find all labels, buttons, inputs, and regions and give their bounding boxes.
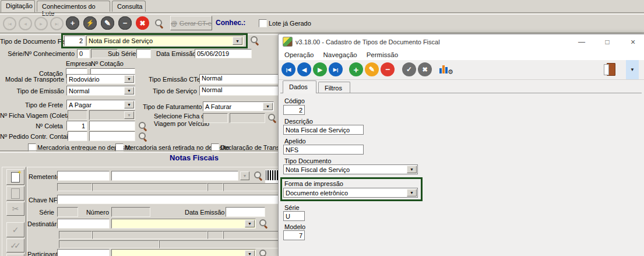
descricao-label: Descrição xyxy=(284,118,313,125)
menu-operacao[interactable]: Operação xyxy=(284,51,314,58)
chevron-down-icon[interactable]: ▼ xyxy=(124,75,134,83)
nota-serie-label: Série xyxy=(29,209,54,216)
data-emissao-field[interactable] xyxy=(195,49,252,58)
ficha-viagem-field xyxy=(68,110,87,120)
chevron-down-icon[interactable]: ▼ xyxy=(407,189,417,197)
gerar-cte-button[interactable]: @ Gerar CT-e xyxy=(170,16,212,30)
dlg-nav-next-button[interactable]: ▶ xyxy=(313,62,327,76)
apelido-field[interactable] xyxy=(283,145,364,155)
dialog-tab-dados[interactable]: Dados xyxy=(283,80,316,93)
menu-navegacao[interactable]: Navegação xyxy=(323,51,357,58)
barcode-icon[interactable] xyxy=(265,170,279,184)
cut-nota-button[interactable]: ✂ xyxy=(6,202,24,216)
remove-button[interactable]: − xyxy=(118,16,132,30)
tipo-servico-label: Tipo de Serviço xyxy=(149,87,197,95)
n-coleta-search-icon[interactable] xyxy=(138,121,147,131)
remetente-label: Remetente xyxy=(29,173,56,181)
dlg-cancel-button[interactable]: ✖ xyxy=(418,62,432,76)
chevron-down-icon[interactable]: ▼ xyxy=(124,87,134,94)
n-pedido-field-1[interactable] xyxy=(68,131,87,141)
dlg-remove-button[interactable]: − xyxy=(381,62,395,76)
tipo-documento-code-field[interactable] xyxy=(64,36,85,46)
destinatario-label: Destinatário xyxy=(27,220,56,228)
modal-transporte-combo[interactable]: Rodoviário ▼ xyxy=(66,74,135,84)
n-pedido-search-icon[interactable] xyxy=(138,132,147,141)
paste-nota-button[interactable] xyxy=(6,186,24,201)
new-nota-button[interactable]: ✶ xyxy=(6,169,24,185)
refresh-button[interactable]: ⚡ xyxy=(83,16,97,30)
sub-serie-field[interactable] xyxy=(136,49,151,58)
add-button[interactable]: + xyxy=(66,16,79,30)
participante-code-field[interactable] xyxy=(57,249,110,256)
participante-combo[interactable]: ▼ xyxy=(111,249,256,256)
remetente-code-field[interactable] xyxy=(57,171,110,181)
tipo-faturamento-combo[interactable]: A Faturar ▼ xyxy=(203,101,274,111)
modelo-field[interactable] xyxy=(283,230,305,240)
n-coleta-desc-field[interactable] xyxy=(89,121,135,131)
destinatario-code-field[interactable] xyxy=(57,219,110,229)
destinatario-combo[interactable]: ▼ xyxy=(111,219,256,229)
ficha-veiculo-field-1 xyxy=(203,113,228,123)
descricao-field[interactable] xyxy=(283,125,364,135)
lote-ja-gerado-checkbox[interactable] xyxy=(259,19,267,27)
serie-conhecimento-field[interactable] xyxy=(77,49,90,58)
remetente-dropdown-button[interactable]: ▼ xyxy=(240,171,249,180)
selecione-ficha-label-2: Viagem por Veículo xyxy=(154,120,209,128)
n-pedido-field-2[interactable] xyxy=(89,131,135,141)
remetente-name-field[interactable] xyxy=(111,171,238,181)
dlg-serie-field[interactable] xyxy=(283,211,305,221)
cancel-nota-button[interactable]: ✗ xyxy=(6,254,24,256)
minimize-button[interactable]: — xyxy=(570,34,593,49)
dlg-nav-prev-button[interactable]: ◀ xyxy=(297,62,311,76)
tipo-documento-fiscal-label: Tipo de Documento Fiscal xyxy=(0,38,60,45)
search-icon[interactable] xyxy=(154,19,164,28)
tipo-documento-search-icon[interactable] xyxy=(250,36,259,45)
participante-search-icon[interactable] xyxy=(259,249,268,256)
nota-data-emissao-label: Data Emissão xyxy=(185,209,221,216)
dlg-edit-button[interactable]: ✎ xyxy=(365,62,379,76)
nav-first-button[interactable]: |◀ xyxy=(3,17,16,30)
exit-door-icon[interactable] xyxy=(607,63,615,76)
nota-data-emissao-field[interactable] xyxy=(226,207,265,217)
edit-button[interactable]: ✎ xyxy=(101,16,114,30)
chevron-down-icon[interactable]: ▼ xyxy=(245,250,255,256)
codigo-label: Código xyxy=(284,97,305,104)
cancel-button[interactable]: ✖ xyxy=(136,16,149,30)
tipo-frete-combo[interactable]: A Pagar ▼ xyxy=(66,100,135,110)
chevron-down-icon[interactable]: ▼ xyxy=(407,166,417,173)
modelo-label: Modelo xyxy=(284,223,305,230)
notas-side-toolbar: ✶ ✂ ✓ ✓✓ ✗ xyxy=(2,167,26,256)
chevron-down-icon[interactable]: ▼ xyxy=(233,37,242,45)
ficha-veiculo-field-2 xyxy=(230,113,265,123)
nav-prev-button[interactable]: ◀ xyxy=(19,17,32,30)
menu-permissao[interactable]: Permissão xyxy=(367,51,398,58)
forma-impressao-combo[interactable]: Documento eletrônico ▼ xyxy=(283,188,418,198)
dlg-confirm-button[interactable]: ✓ xyxy=(402,62,416,76)
chevron-down-icon: ▼ xyxy=(630,67,635,72)
chevron-down-icon[interactable]: ▼ xyxy=(124,101,134,108)
tipo-documento-combo[interactable]: Nota Fiscal de Serviço ▼ xyxy=(86,36,244,46)
dlg-nav-last-button[interactable]: ▶| xyxy=(329,62,343,76)
ficha-veiculo-search-icon[interactable] xyxy=(268,113,277,122)
dlg-nav-first-button[interactable]: |◀ xyxy=(281,62,295,76)
n-coleta-field[interactable] xyxy=(66,121,87,131)
confirm-all-notas-button[interactable]: ✓✓ xyxy=(6,239,24,253)
dlg-add-button[interactable]: + xyxy=(349,62,363,76)
remetente-search-icon[interactable] xyxy=(254,171,263,180)
nav-next-button[interactable]: ▶ xyxy=(34,17,48,30)
tipo-emissao-combo[interactable]: Normal ▼ xyxy=(66,86,135,96)
chevron-down-icon[interactable]: ▼ xyxy=(245,220,255,227)
nav-last-button[interactable]: ▶| xyxy=(50,17,64,30)
tipo-documento-combo[interactable]: Nota Fiscal de Serviço ▼ xyxy=(283,164,418,174)
chevron-down-icon[interactable]: ▼ xyxy=(263,103,273,110)
tab-digitacao[interactable]: Digitação xyxy=(1,0,35,12)
maximize-button[interactable]: □ xyxy=(596,34,619,49)
toolbar-overflow-button[interactable]: ▼ xyxy=(626,60,639,79)
confirm-nota-button[interactable]: ✓ xyxy=(6,222,24,237)
tab-consulta[interactable]: Consulta xyxy=(112,1,146,12)
destinatario-search-icon[interactable] xyxy=(259,219,268,228)
tab-conhecimentos-do-lote[interactable]: Conhecimentos do Lote xyxy=(37,1,110,12)
apelido-label: Apelido xyxy=(284,138,306,145)
codigo-field[interactable] xyxy=(283,105,305,115)
close-button[interactable]: × xyxy=(621,34,644,49)
